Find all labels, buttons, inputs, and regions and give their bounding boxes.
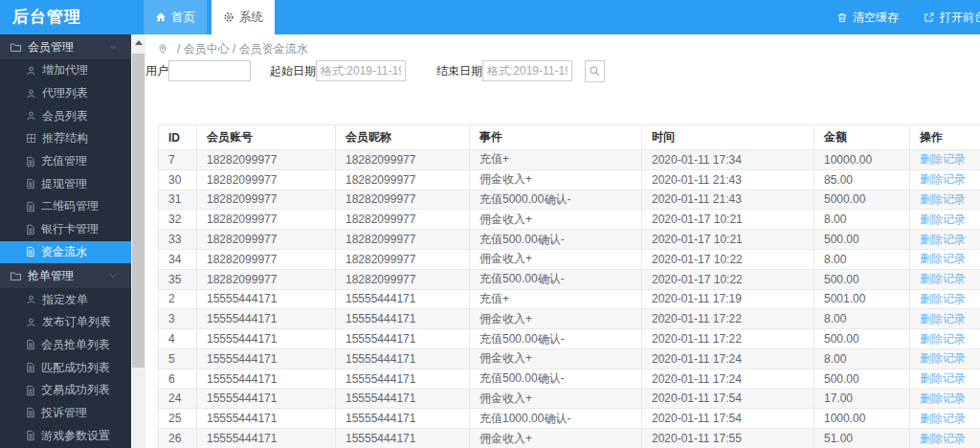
user-icon (26, 65, 36, 77)
cell-nickname: 15555444171 (336, 389, 470, 409)
cell-action: 删除记录 (910, 190, 980, 210)
cell-account: 18282099977 (197, 190, 336, 210)
scrollbar-up-button[interactable] (131, 34, 145, 50)
start-date-input[interactable] (316, 60, 406, 81)
sidebar-item[interactable]: 指定发单 (0, 288, 131, 311)
cell-time: 2020-01-11 17:24 (642, 369, 814, 389)
delete-record-link[interactable]: 删除记录 (920, 292, 966, 305)
cell-nickname: 15555444171 (336, 329, 470, 349)
delete-record-link[interactable]: 删除记录 (920, 272, 966, 285)
cell-amount: 8.00 (814, 249, 910, 269)
cell-nickname: 18282099977 (336, 150, 470, 170)
delete-record-link[interactable]: 删除记录 (920, 332, 966, 346)
start-date-label: 起始日期 (270, 63, 316, 79)
sidebar-item[interactable]: 投诉管理 (0, 402, 131, 425)
user-input[interactable] (168, 60, 251, 81)
cell-amount: 10000.00 (814, 150, 910, 170)
table-body: 71828209997718282099977充值+2020-01-11 17:… (159, 150, 980, 448)
delete-record-link[interactable]: 删除记录 (920, 371, 966, 385)
cell-time: 2020-01-17 10:21 (642, 230, 814, 250)
sidebar-item-label: 交易成功列表 (41, 382, 110, 398)
cell-id: 2 (159, 289, 197, 309)
cell-amount: 8.00 (814, 309, 910, 329)
cell-id: 35 (159, 269, 197, 289)
cell-event: 充值1000.00确认- (470, 409, 642, 429)
sidebar-item[interactable]: 增加代理 (0, 59, 131, 82)
sidebar-item-label: 投诉管理 (41, 405, 87, 421)
cell-id: 25 (159, 409, 197, 429)
cell-time: 2020-01-11 17:54 (642, 409, 814, 429)
user-icon (26, 317, 36, 328)
sidebar-item[interactable]: 充值管理 (0, 150, 131, 173)
end-date-input[interactable] (482, 60, 572, 81)
sidebar-item-label: 银行卡管理 (41, 221, 99, 237)
tab-home[interactable]: 首页 (144, 0, 207, 34)
cell-nickname: 15555444171 (336, 409, 470, 429)
cell-id: 7 (159, 150, 197, 170)
chevron-down-icon (108, 271, 118, 280)
topbar-actions: 清空缓存打开前台 (836, 0, 980, 34)
table-row: 311828209997718282099977充值5000.00确认-2020… (159, 190, 980, 210)
scrollbar-thumb[interactable] (132, 54, 145, 368)
filter-bar: 用户 起始日期 结束日期 (145, 59, 605, 82)
cell-time: 2020-01-11 21:43 (642, 190, 814, 210)
cell-account: 18282099977 (197, 210, 336, 230)
sidebar-item[interactable]: 会员抢单列表 (0, 334, 131, 357)
cell-amount: 5000.00 (814, 190, 910, 210)
open-frontend-button[interactable]: 打开前台 (924, 10, 980, 26)
clear-cache-button[interactable]: 清空缓存 (836, 10, 899, 26)
sidebar-item-label: 游戏参数设置 (41, 428, 110, 444)
cell-amount: 5001.00 (814, 289, 910, 309)
gear-icon (223, 11, 234, 23)
cell-time: 2020-01-11 17:22 (642, 309, 814, 329)
delete-record-link[interactable]: 删除记录 (920, 392, 966, 405)
delete-record-link[interactable]: 删除记录 (920, 233, 966, 246)
column-header: 事件 (470, 125, 642, 150)
cell-action: 删除记录 (910, 389, 980, 409)
cell-event: 佣金收入+ (470, 429, 642, 448)
cell-account: 15555444171 (197, 348, 336, 369)
sidebar-item[interactable]: 交易成功列表 (0, 379, 131, 402)
cell-event: 佣金收入+ (470, 249, 642, 269)
delete-record-link[interactable]: 删除记录 (920, 432, 966, 445)
cell-action: 删除记录 (910, 329, 980, 349)
cell-account: 15555444171 (197, 369, 336, 389)
delete-record-link[interactable]: 删除记录 (920, 412, 966, 425)
sidebar-item[interactable]: 资金流水 (0, 241, 131, 264)
column-header: ID (159, 125, 197, 150)
sidebar-section-0[interactable]: 会员管理 (0, 34, 131, 59)
sidebar-item[interactable]: 代理列表 (0, 82, 131, 105)
delete-record-link[interactable]: 删除记录 (920, 213, 966, 226)
search-icon (589, 65, 601, 78)
table-row: 351828209997718282099977充值500.00确认-2020-… (159, 269, 980, 289)
sidebar-item[interactable]: 游戏参数设置 (0, 424, 131, 447)
delete-record-link[interactable]: 删除记录 (920, 351, 966, 365)
sidebar-item[interactable]: 推荐结构 (0, 127, 131, 150)
sidebar-item[interactable]: 银行卡管理 (0, 218, 131, 241)
delete-record-link[interactable]: 删除记录 (920, 192, 966, 206)
sidebar-item[interactable]: 匹配成功列表 (0, 356, 131, 379)
cell-nickname: 18282099977 (336, 190, 470, 210)
sidebar-item[interactable]: 提现管理 (0, 172, 131, 195)
delete-record-link[interactable]: 删除记录 (920, 172, 966, 186)
column-header: 会员昵称 (336, 125, 470, 150)
sidebar-section-1[interactable]: 抢单管理 (0, 263, 131, 288)
sidebar-item[interactable]: 发布订单列表 (0, 311, 131, 334)
sidebar-item[interactable]: 二维码管理 (0, 195, 131, 218)
user-icon (26, 110, 36, 122)
cell-amount: 17.00 (814, 389, 910, 409)
cell-account: 18282099977 (197, 269, 336, 289)
delete-record-link[interactable]: 删除记录 (920, 252, 966, 265)
sidebar-item[interactable]: 会员列表 (0, 104, 131, 127)
search-button[interactable] (585, 60, 605, 82)
tab-system[interactable]: 系统 (212, 0, 275, 34)
cell-nickname: 15555444171 (336, 429, 470, 448)
sidebar-scrollbar[interactable] (131, 34, 145, 448)
delete-record-link[interactable]: 删除记录 (920, 152, 966, 166)
column-header: 操作 (910, 125, 980, 150)
action-label: 打开前台 (940, 10, 980, 26)
external-link-icon (924, 11, 935, 23)
delete-record-link[interactable]: 删除记录 (920, 312, 966, 325)
cell-action: 删除记录 (910, 269, 980, 289)
cell-action: 删除记录 (910, 429, 980, 448)
